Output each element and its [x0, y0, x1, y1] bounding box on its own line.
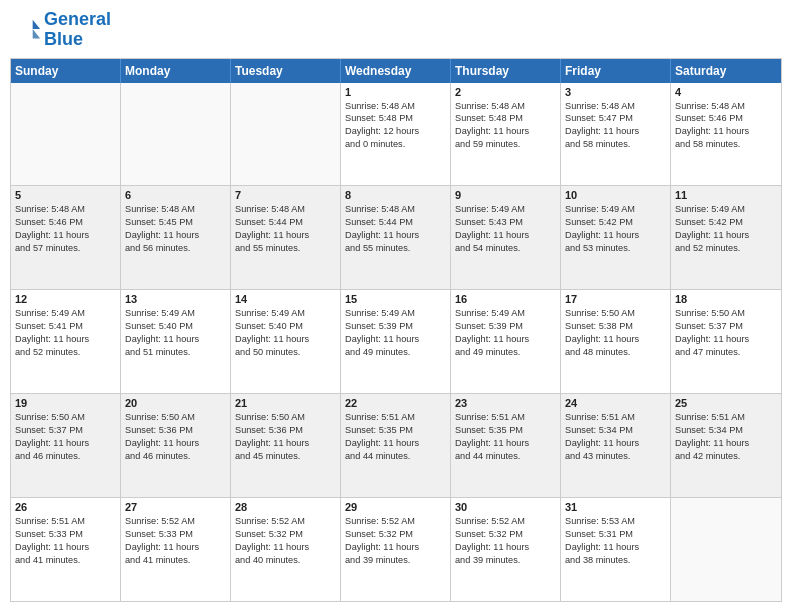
cell-line: and 45 minutes.	[235, 450, 336, 463]
cell-line: Sunset: 5:38 PM	[565, 320, 666, 333]
calendar-row: 12Sunrise: 5:49 AMSunset: 5:41 PMDayligh…	[11, 290, 781, 394]
cell-line: Sunrise: 5:48 AM	[15, 203, 116, 216]
cell-line: Daylight: 11 hours	[345, 333, 446, 346]
calendar-cell: 20Sunrise: 5:50 AMSunset: 5:36 PMDayligh…	[121, 394, 231, 497]
calendar-cell: 13Sunrise: 5:49 AMSunset: 5:40 PMDayligh…	[121, 290, 231, 393]
cell-line: Sunrise: 5:49 AM	[565, 203, 666, 216]
calendar-cell: 31Sunrise: 5:53 AMSunset: 5:31 PMDayligh…	[561, 498, 671, 601]
calendar-cell: 26Sunrise: 5:51 AMSunset: 5:33 PMDayligh…	[11, 498, 121, 601]
cell-line: and 51 minutes.	[125, 346, 226, 359]
day-number: 31	[565, 501, 666, 513]
cell-line: Sunrise: 5:50 AM	[675, 307, 777, 320]
day-number: 17	[565, 293, 666, 305]
cell-line: Sunrise: 5:49 AM	[125, 307, 226, 320]
day-number: 24	[565, 397, 666, 409]
cell-line: and 58 minutes.	[565, 138, 666, 151]
cell-line: Sunset: 5:47 PM	[565, 112, 666, 125]
day-number: 5	[15, 189, 116, 201]
calendar: SundayMondayTuesdayWednesdayThursdayFrid…	[10, 58, 782, 602]
calendar-cell: 15Sunrise: 5:49 AMSunset: 5:39 PMDayligh…	[341, 290, 451, 393]
cell-line: Sunrise: 5:50 AM	[235, 411, 336, 424]
cell-line: Daylight: 11 hours	[125, 333, 226, 346]
cell-line: Daylight: 11 hours	[235, 437, 336, 450]
cell-line: Daylight: 11 hours	[675, 333, 777, 346]
cell-line: and 44 minutes.	[345, 450, 446, 463]
cell-line: and 43 minutes.	[565, 450, 666, 463]
cell-line: Sunset: 5:46 PM	[675, 112, 777, 125]
cell-line: and 48 minutes.	[565, 346, 666, 359]
day-number: 30	[455, 501, 556, 513]
cell-line: and 59 minutes.	[455, 138, 556, 151]
cell-line: Sunset: 5:33 PM	[125, 528, 226, 541]
day-number: 20	[125, 397, 226, 409]
cell-line: and 41 minutes.	[125, 554, 226, 567]
cell-line: Sunset: 5:43 PM	[455, 216, 556, 229]
day-number: 8	[345, 189, 446, 201]
calendar-cell: 16Sunrise: 5:49 AMSunset: 5:39 PMDayligh…	[451, 290, 561, 393]
cell-line: Sunrise: 5:49 AM	[455, 203, 556, 216]
cell-line: Daylight: 11 hours	[15, 333, 116, 346]
cell-line: Daylight: 11 hours	[345, 437, 446, 450]
cell-line: Daylight: 11 hours	[235, 541, 336, 554]
calendar-cell: 5Sunrise: 5:48 AMSunset: 5:46 PMDaylight…	[11, 186, 121, 289]
calendar-cell	[231, 83, 341, 186]
calendar-cell: 24Sunrise: 5:51 AMSunset: 5:34 PMDayligh…	[561, 394, 671, 497]
cell-line: Sunrise: 5:52 AM	[345, 515, 446, 528]
calendar-cell: 6Sunrise: 5:48 AMSunset: 5:45 PMDaylight…	[121, 186, 231, 289]
cell-line: and 52 minutes.	[675, 242, 777, 255]
cell-line: Sunrise: 5:52 AM	[455, 515, 556, 528]
calendar-cell: 2Sunrise: 5:48 AMSunset: 5:48 PMDaylight…	[451, 83, 561, 186]
cell-line: Sunrise: 5:53 AM	[565, 515, 666, 528]
cell-line: and 41 minutes.	[15, 554, 116, 567]
cell-line: Sunset: 5:41 PM	[15, 320, 116, 333]
calendar-row: 1Sunrise: 5:48 AMSunset: 5:48 PMDaylight…	[11, 83, 781, 187]
weekday-header: Thursday	[451, 59, 561, 83]
cell-line: Daylight: 11 hours	[15, 229, 116, 242]
day-number: 7	[235, 189, 336, 201]
cell-line: Sunset: 5:39 PM	[455, 320, 556, 333]
cell-line: Daylight: 11 hours	[15, 437, 116, 450]
calendar-cell: 22Sunrise: 5:51 AMSunset: 5:35 PMDayligh…	[341, 394, 451, 497]
calendar-cell: 18Sunrise: 5:50 AMSunset: 5:37 PMDayligh…	[671, 290, 781, 393]
cell-line: and 44 minutes.	[455, 450, 556, 463]
calendar-header: SundayMondayTuesdayWednesdayThursdayFrid…	[11, 59, 781, 83]
cell-line: Sunrise: 5:52 AM	[125, 515, 226, 528]
day-number: 27	[125, 501, 226, 513]
cell-line: Daylight: 11 hours	[455, 229, 556, 242]
calendar-row: 5Sunrise: 5:48 AMSunset: 5:46 PMDaylight…	[11, 186, 781, 290]
cell-line: Sunset: 5:32 PM	[455, 528, 556, 541]
cell-line: and 49 minutes.	[455, 346, 556, 359]
cell-line: and 57 minutes.	[15, 242, 116, 255]
cell-line: Sunrise: 5:48 AM	[235, 203, 336, 216]
cell-line: Sunset: 5:44 PM	[235, 216, 336, 229]
logo-text2: Blue	[44, 30, 111, 50]
calendar-row: 26Sunrise: 5:51 AMSunset: 5:33 PMDayligh…	[11, 498, 781, 601]
cell-line: Sunset: 5:42 PM	[565, 216, 666, 229]
calendar-row: 19Sunrise: 5:50 AMSunset: 5:37 PMDayligh…	[11, 394, 781, 498]
cell-line: Sunset: 5:46 PM	[15, 216, 116, 229]
cell-line: and 50 minutes.	[235, 346, 336, 359]
logo: General Blue	[14, 10, 111, 50]
cell-line: Sunset: 5:35 PM	[455, 424, 556, 437]
cell-line: and 52 minutes.	[15, 346, 116, 359]
day-number: 18	[675, 293, 777, 305]
calendar-cell: 23Sunrise: 5:51 AMSunset: 5:35 PMDayligh…	[451, 394, 561, 497]
cell-line: Daylight: 11 hours	[125, 541, 226, 554]
day-number: 11	[675, 189, 777, 201]
cell-line: Sunset: 5:48 PM	[345, 112, 446, 125]
day-number: 6	[125, 189, 226, 201]
cell-line: Daylight: 11 hours	[125, 437, 226, 450]
day-number: 21	[235, 397, 336, 409]
day-number: 2	[455, 86, 556, 98]
day-number: 3	[565, 86, 666, 98]
cell-line: and 53 minutes.	[565, 242, 666, 255]
calendar-cell: 29Sunrise: 5:52 AMSunset: 5:32 PMDayligh…	[341, 498, 451, 601]
day-number: 16	[455, 293, 556, 305]
cell-line: Sunrise: 5:48 AM	[345, 203, 446, 216]
day-number: 14	[235, 293, 336, 305]
cell-line: and 42 minutes.	[675, 450, 777, 463]
cell-line: Sunset: 5:36 PM	[235, 424, 336, 437]
cell-line: Sunset: 5:42 PM	[675, 216, 777, 229]
cell-line: Sunrise: 5:49 AM	[345, 307, 446, 320]
cell-line: and 0 minutes.	[345, 138, 446, 151]
